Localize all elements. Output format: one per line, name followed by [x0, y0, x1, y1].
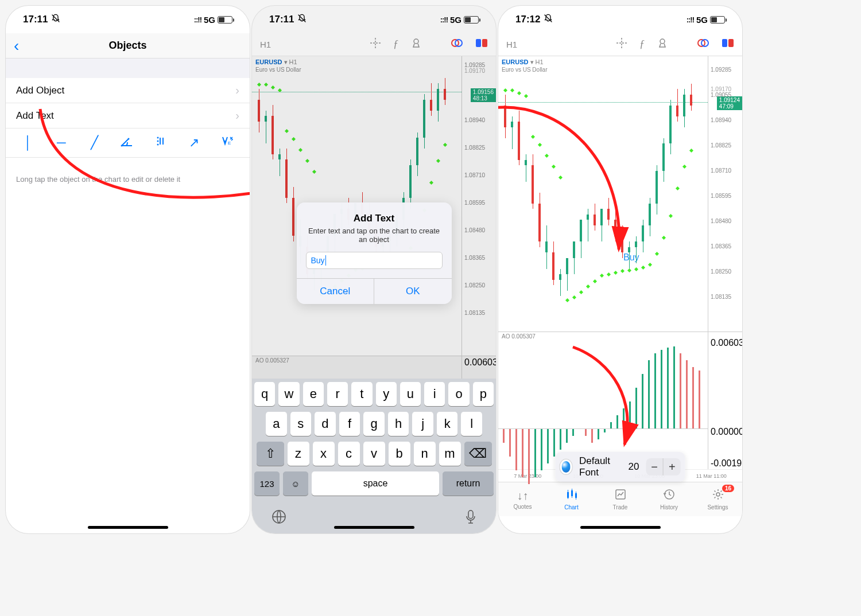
- key-t[interactable]: t: [351, 382, 372, 406]
- settings-badge: 16: [722, 485, 734, 492]
- mic-icon[interactable]: [465, 509, 476, 528]
- ok-button[interactable]: OK: [374, 279, 452, 304]
- svg-point-0: [121, 145, 123, 147]
- status-bar: 17:11 ::!! 5G: [6, 6, 250, 33]
- screen-chart-result: 17:12 ::!! 5G H1 ƒ: [498, 6, 742, 533]
- objects-icon[interactable]: [657, 38, 668, 51]
- silent-icon: [297, 14, 307, 26]
- text-format-toolbar: Default Font 20 − +: [555, 452, 685, 482]
- trade-icon: [615, 489, 626, 503]
- tab-history[interactable]: History: [645, 482, 693, 516]
- cancel-button[interactable]: Cancel: [297, 279, 375, 304]
- indicators-icon[interactable]: ƒ: [639, 38, 645, 50]
- svg-point-2: [157, 137, 159, 139]
- key-k[interactable]: k: [437, 412, 458, 436]
- key-d[interactable]: d: [315, 412, 336, 436]
- key-l[interactable]: l: [461, 412, 482, 436]
- text-tool-icon[interactable]: E: [219, 135, 236, 150]
- status-time: 17:11: [23, 14, 48, 25]
- status-time: 17:11: [269, 14, 294, 25]
- timeframe-button[interactable]: H1: [506, 40, 517, 49]
- trendline-icon[interactable]: ╱: [86, 135, 103, 150]
- current-price-box: 1.0912447:09: [717, 96, 742, 110]
- return-key[interactable]: return: [443, 471, 494, 496]
- chevron-right-icon: ›: [235, 109, 239, 122]
- backspace-key[interactable]: ⌫: [464, 442, 492, 466]
- svg-point-26: [716, 493, 720, 496]
- oscillator-panel[interactable]: AO 0.005307 0.0060390.000000-0.001965: [498, 332, 742, 469]
- key-g[interactable]: g: [363, 412, 385, 436]
- increase-size-button[interactable]: +: [664, 458, 681, 475]
- key-i[interactable]: i: [424, 382, 445, 406]
- svg-point-13: [660, 39, 665, 44]
- key-h[interactable]: h: [388, 412, 409, 436]
- key-u[interactable]: u: [400, 382, 421, 406]
- tab-chart[interactable]: Chart: [547, 482, 596, 516]
- tab-bar: ↓↑ Quotes Chart Trade History 16: [498, 482, 742, 516]
- key-v[interactable]: v: [363, 442, 385, 466]
- back-button[interactable]: ‹: [14, 37, 19, 55]
- shift-key[interactable]: ⇧: [257, 442, 284, 466]
- svg-rect-23: [576, 492, 576, 500]
- key-n[interactable]: n: [414, 442, 436, 466]
- chart-icon: [565, 489, 578, 503]
- key-p[interactable]: p: [473, 382, 494, 406]
- add-text-row[interactable]: Add Text ›: [6, 103, 250, 128]
- key-e[interactable]: e: [303, 382, 324, 406]
- key-r[interactable]: r: [327, 382, 348, 406]
- decrease-size-button[interactable]: −: [646, 458, 664, 475]
- globe-icon[interactable]: [272, 509, 286, 528]
- fibonacci-icon[interactable]: [152, 135, 169, 150]
- emoji-key[interactable]: ☺: [283, 471, 308, 496]
- battery-icon: [218, 16, 232, 24]
- row-label: Add Object: [16, 85, 64, 96]
- text-input[interactable]: Buy: [306, 252, 443, 269]
- key-f[interactable]: f: [339, 412, 360, 436]
- silent-icon: [51, 14, 60, 26]
- price-chart[interactable]: EURUSD ▾ H1 Euro vs US Dollar Buy 1.0917…: [498, 56, 742, 332]
- tab-trade[interactable]: Trade: [596, 482, 645, 516]
- key-w[interactable]: w: [278, 382, 299, 406]
- arrow-icon[interactable]: ↗: [185, 135, 203, 150]
- tab-settings[interactable]: 16 Settings: [693, 482, 742, 516]
- horizontal-line-icon[interactable]: ─: [53, 135, 70, 150]
- objects-icon[interactable]: [411, 38, 421, 51]
- space-key[interactable]: space: [312, 471, 439, 496]
- new-order-icon[interactable]: [475, 38, 488, 51]
- key-y[interactable]: y: [376, 382, 397, 406]
- add-object-row[interactable]: Add Object ›: [6, 78, 250, 103]
- angle-icon[interactable]: [119, 135, 136, 150]
- key-s[interactable]: s: [290, 412, 312, 436]
- key-b[interactable]: b: [389, 442, 410, 466]
- indicators-icon[interactable]: ƒ: [393, 38, 398, 50]
- color-picker-button[interactable]: [560, 459, 572, 474]
- symbol-icon[interactable]: [451, 38, 463, 51]
- font-button[interactable]: Default Font: [579, 455, 622, 478]
- numbers-key[interactable]: 123: [254, 471, 280, 496]
- key-o[interactable]: o: [448, 382, 469, 406]
- key-c[interactable]: c: [338, 442, 360, 466]
- font-size-value: 20: [629, 461, 639, 473]
- symbol-label: EURUSD ▾ H1 Euro vs US Dollar: [502, 59, 547, 73]
- crosshair-icon[interactable]: [370, 38, 381, 51]
- key-m[interactable]: m: [439, 442, 461, 466]
- key-z[interactable]: z: [288, 442, 309, 466]
- vertical-line-icon[interactable]: │: [20, 135, 37, 150]
- tab-quotes[interactable]: ↓↑ Quotes: [498, 482, 547, 516]
- key-j[interactable]: j: [412, 412, 433, 436]
- svg-rect-17: [728, 39, 734, 47]
- timeframe-button[interactable]: H1: [260, 40, 271, 49]
- status-bar: 17:12 ::!! 5G: [498, 6, 742, 33]
- key-q[interactable]: q: [254, 382, 275, 406]
- svg-rect-12: [468, 510, 473, 518]
- crosshair-icon[interactable]: [616, 38, 627, 51]
- placed-text-object[interactable]: Buy: [623, 252, 639, 263]
- svg-rect-9: [476, 39, 481, 47]
- new-order-icon[interactable]: [722, 38, 734, 51]
- key-x[interactable]: x: [313, 442, 335, 466]
- svg-rect-16: [722, 39, 727, 47]
- status-time: 17:12: [515, 14, 540, 25]
- symbol-icon[interactable]: [697, 38, 709, 51]
- key-a[interactable]: a: [266, 412, 287, 436]
- signal-icon: ::!!: [440, 15, 448, 24]
